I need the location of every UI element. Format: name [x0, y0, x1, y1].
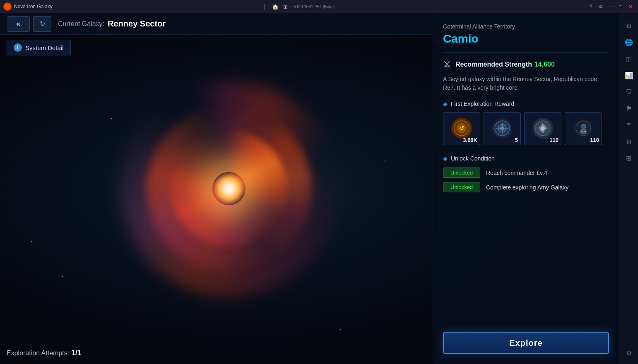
reward-icon-3: [532, 118, 553, 139]
unlock-requirement-1: Reach commander Lv.4: [486, 170, 547, 176]
reward-item-3: 110: [524, 112, 561, 145]
strength-value: 14,600: [534, 61, 555, 68]
unlock-condition-label: Unlock Condition: [443, 155, 609, 162]
copy-icon[interactable]: ⊞: [282, 3, 289, 10]
sidebar-settings-icon[interactable]: ⚙: [621, 18, 636, 33]
reward-item-1: ↺ 3.60K: [443, 112, 480, 145]
reward-items: ↺ 3.60K 5: [443, 112, 609, 145]
app-icon: [3, 2, 12, 11]
sidebar-list-icon[interactable]: ≡: [621, 117, 636, 132]
titlebar: Nova Iron Galaxy | 🏠 ⊞ 5.8.0.1081 P64 [B…: [0, 0, 638, 13]
attempts-count: 1/1: [71, 349, 82, 357]
strength-row: ⚔ Recommended Strength 14,600: [443, 59, 609, 70]
unlock-row-1: Unlocked Reach commander Lv.4: [443, 168, 609, 178]
reward-count-1: 3.60K: [463, 137, 477, 143]
reward-item-4: 110: [565, 112, 602, 145]
exploration-label: Exploration Attempts:: [7, 350, 69, 357]
reward-count-2: 5: [515, 137, 518, 143]
galaxy-name-label: Renney Sector: [108, 19, 166, 29]
main-area: « ↻ Current Galaxy: Renney Sector i Syst…: [0, 13, 619, 364]
reward-icon-1: ↺: [451, 118, 472, 139]
sidebar-shield-icon[interactable]: 🛡: [621, 84, 636, 99]
unlock-badge-2: Unlocked: [443, 182, 480, 192]
territory-label: Coterminal Alliance Territory: [443, 23, 609, 30]
sidebar-bottom-settings[interactable]: ⚙: [621, 346, 636, 361]
sidebar-chart-icon[interactable]: 📊: [621, 68, 636, 83]
sidebar-sliders-icon[interactable]: ⊞: [621, 151, 636, 165]
divider: [443, 52, 609, 53]
sidebar-layers-icon[interactable]: ◫: [621, 51, 636, 66]
sidebar-gear-icon[interactable]: ⚙: [621, 134, 636, 149]
strength-label: Recommended Strength: [455, 61, 532, 68]
unlock-row-2: Unlocked Complete exploring Amy Galaxy: [443, 182, 609, 192]
sidebar-globe-icon[interactable]: 🌐: [621, 35, 636, 50]
svg-point-15: [584, 131, 586, 132]
reward-icon-4: [573, 118, 594, 139]
system-description: A Seyfert galaxy within the Renney Secto…: [443, 75, 609, 92]
settings-icon-titlebar[interactable]: ⚙: [597, 2, 605, 11]
info-panel: Coterminal Alliance Territory Camio ⚔ Re…: [433, 13, 619, 364]
minimize-icon[interactable]: ─: [607, 2, 615, 11]
question-icon[interactable]: ?: [587, 2, 595, 11]
system-detail-button[interactable]: i System Detail: [7, 40, 71, 55]
svg-point-14: [581, 131, 583, 132]
reward-item-2: 5: [484, 112, 521, 145]
exploration-reward-label: First Exploration Reward: [443, 101, 609, 107]
unlock-requirement-2: Complete exploring Amy Galaxy: [486, 184, 568, 191]
app-title: Nova Iron Galaxy: [14, 4, 260, 10]
right-sidebar: ⚙ 🌐 ◫ 📊 🛡 ⚑ ≡ ⚙ ⊞ ⚙: [619, 13, 638, 364]
explore-button[interactable]: Explore: [443, 332, 609, 354]
unlock-badge-1: Unlocked: [443, 168, 480, 178]
home-icon[interactable]: 🏠: [272, 3, 279, 10]
system-name: Camio: [443, 32, 609, 46]
galaxy-prefix-label: Current Galaxy:: [58, 20, 104, 28]
reward-count-3: 110: [549, 137, 559, 143]
strength-icon: ⚔: [443, 59, 451, 70]
reward-icon-2: [492, 118, 513, 139]
app-version: 5.8.0.1081 P64 [Beta]: [294, 5, 334, 9]
back-button[interactable]: «: [7, 16, 30, 32]
maximize-icon[interactable]: □: [616, 2, 625, 11]
info-icon: i: [14, 43, 22, 52]
svg-point-12: [581, 124, 586, 129]
refresh-button[interactable]: ↻: [33, 16, 51, 32]
exploration-attempts: Exploration Attempts: 1/1: [7, 349, 82, 357]
reward-count-4: 110: [590, 137, 599, 143]
system-detail-label: System Detail: [25, 44, 64, 51]
svg-text:↺: ↺: [459, 125, 464, 132]
galaxy-spiral: [105, 65, 353, 313]
close-icon[interactable]: ✕: [626, 2, 635, 11]
sidebar-flag-icon[interactable]: ⚑: [621, 101, 636, 116]
